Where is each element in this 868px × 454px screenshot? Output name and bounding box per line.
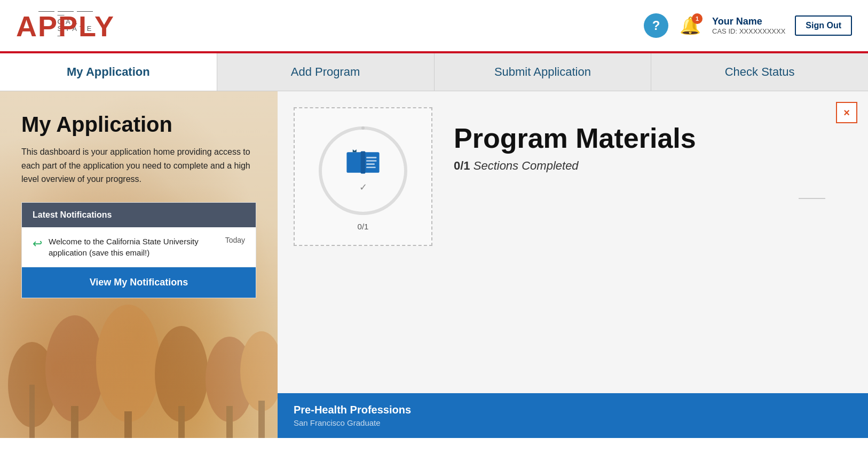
- progress-label: 0/1: [358, 222, 369, 231]
- progress-circle-svg: [315, 123, 411, 219]
- page-title: My Application: [21, 113, 256, 137]
- close-button[interactable]: ×: [836, 102, 857, 123]
- program-info: Program Materials 0/1 Sections Completed: [454, 107, 852, 173]
- card-area: ✓ 0/1 Program Materials 0/1 Sections Com…: [278, 91, 868, 246]
- svg-rect-11: [258, 401, 265, 438]
- svg-rect-7: [178, 406, 185, 438]
- nav-label-add-program: Add Program: [291, 65, 360, 78]
- left-panel: My Application This dashboard is your ap…: [0, 91, 278, 438]
- progress-card: ✓ 0/1: [294, 107, 432, 246]
- logo: — CAL STATE — APPLY: [16, 11, 115, 41]
- svg-point-4: [96, 305, 160, 422]
- notification-badge: 1: [692, 13, 703, 24]
- nav-item-submit-application[interactable]: Submit Application: [435, 53, 652, 91]
- nav-item-add-program[interactable]: Add Program: [217, 53, 435, 91]
- program-name: Pre-Health Professions: [294, 404, 852, 416]
- program-materials-title: Program Materials: [454, 123, 852, 154]
- sections-suffix: Sections Completed: [474, 159, 579, 172]
- user-name: Your Name: [712, 16, 785, 27]
- sections-count: 0/1: [454, 159, 470, 172]
- help-button[interactable]: ?: [644, 13, 668, 38]
- notification-date: Today: [225, 236, 245, 244]
- help-icon: ?: [652, 18, 660, 33]
- user-cas-id: CAS ID: XXXXXXXXXX: [712, 27, 785, 35]
- svg-rect-5: [124, 411, 132, 438]
- svg-rect-3: [71, 406, 78, 438]
- divider-line: [799, 198, 825, 199]
- program-subtitle: San Francisco Graduate: [294, 418, 852, 427]
- user-info: Your Name CAS ID: XXXXXXXXXX: [712, 16, 785, 35]
- sections-completed: 0/1 Sections Completed: [454, 159, 852, 173]
- main-content: My Application This dashboard is your ap…: [0, 91, 868, 438]
- notifications-header: Latest Notifications: [22, 203, 256, 227]
- nav-label-my-application: My Application: [67, 65, 150, 78]
- nav-label-check-status: Check Status: [725, 65, 795, 78]
- svg-point-12: [320, 128, 406, 213]
- notifications-box: Latest Notifications ↩ Welcome to the Ca…: [21, 202, 256, 298]
- page-description: This dashboard is your application home …: [21, 145, 256, 186]
- program-bar: Pre-Health Professions San Francisco Gra…: [278, 393, 868, 438]
- right-panel: ×: [278, 91, 868, 438]
- view-notifications-button[interactable]: View My Notifications: [22, 267, 256, 298]
- navigation: My Application Add Program Submit Applic…: [0, 53, 868, 91]
- header-right: ? 🔔 1 Your Name CAS ID: XXXXXXXXXX Sign …: [644, 13, 852, 38]
- left-content: My Application This dashboard is your ap…: [0, 91, 278, 314]
- svg-rect-1: [29, 385, 35, 438]
- nav-item-check-status[interactable]: Check Status: [651, 53, 868, 91]
- nav-item-my-application[interactable]: My Application: [0, 53, 217, 91]
- notification-item: ↩ Welcome to the California State Univer…: [22, 227, 256, 267]
- logo-apply-text: APPLY: [16, 12, 115, 41]
- svg-rect-9: [226, 406, 233, 438]
- progress-circle: ✓: [315, 123, 411, 219]
- header: — CAL STATE — APPLY ? 🔔 1 Your Name CAS …: [0, 0, 868, 53]
- notification-button[interactable]: 🔔 1: [678, 13, 703, 38]
- sign-out-button[interactable]: Sign Out: [795, 15, 852, 36]
- nav-label-submit-application: Submit Application: [494, 65, 591, 78]
- notification-icon: ↩: [33, 237, 42, 251]
- notification-text: Welcome to the California State Universi…: [49, 236, 219, 258]
